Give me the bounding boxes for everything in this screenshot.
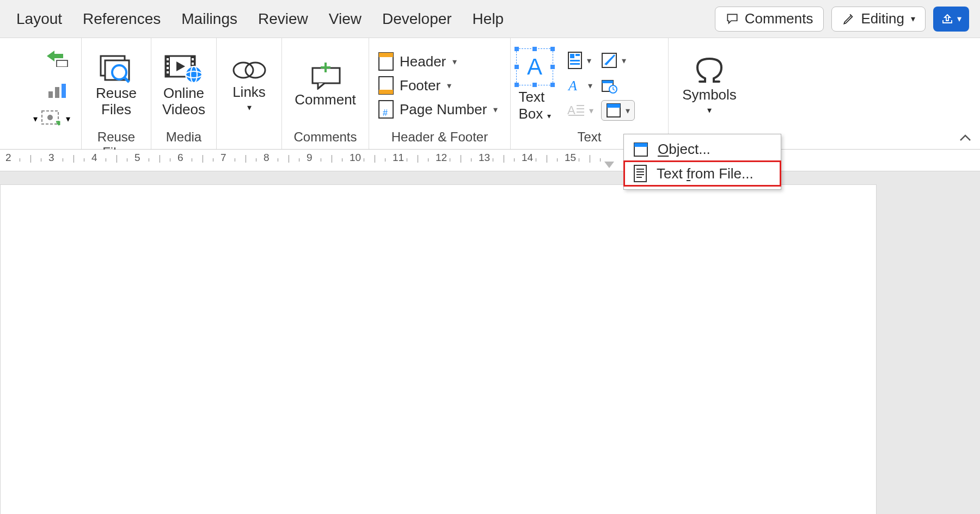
- chevron-down-icon: ▾: [588, 80, 592, 91]
- svg-rect-12: [167, 58, 169, 60]
- chart-icon[interactable]: [46, 78, 70, 102]
- reuse-files-label: Reuse Files: [96, 85, 137, 118]
- ruler-label: 9: [307, 152, 307, 158]
- ruler-label: 2: [5, 152, 6, 158]
- pencil-icon: [842, 12, 856, 26]
- ruler-label: 7: [220, 152, 221, 158]
- screenshot-icon: [41, 110, 63, 127]
- footer-button[interactable]: Footer ▾: [378, 76, 498, 95]
- dropdown-item-label: Text from File...: [657, 165, 754, 182]
- group-label: Media: [157, 129, 211, 148]
- drop-cap-button[interactable]: A ▾: [567, 100, 593, 121]
- chevron-down-icon: ▾: [622, 55, 626, 66]
- svg-point-5: [47, 115, 53, 120]
- screenshot-button[interactable]: ▾ ▾: [33, 110, 70, 127]
- tab-review[interactable]: Review: [258, 10, 308, 28]
- object-dropdown: Object... Text from File...: [623, 134, 781, 190]
- svg-rect-47: [634, 165, 646, 182]
- svg-rect-3: [62, 84, 66, 98]
- object-split-button[interactable]: ▾: [601, 100, 635, 121]
- collapse-ribbon-button[interactable]: [959, 134, 971, 141]
- date-time-button[interactable]: [601, 75, 635, 96]
- ruler-label: 10: [350, 152, 350, 158]
- new-comment-icon: [307, 63, 344, 90]
- group-links: Links ▾: [217, 38, 282, 149]
- comments-button[interactable]: Comments: [715, 7, 824, 32]
- tab-references[interactable]: References: [83, 10, 161, 28]
- ruler-label: 8: [264, 152, 264, 158]
- group-label: Comments: [287, 129, 363, 148]
- ruler-label: 11: [393, 152, 393, 158]
- tab-view[interactable]: View: [329, 10, 362, 28]
- dropdown-item-label: Object...: [658, 141, 710, 158]
- smartart-icon[interactable]: [46, 47, 70, 71]
- footer-label: Footer: [400, 77, 440, 94]
- ruler-label: 6: [177, 152, 178, 158]
- dropdown-item-text-from-file[interactable]: Text from File...: [624, 161, 781, 186]
- ruler[interactable]: 23456789101112131415: [0, 150, 980, 171]
- svg-rect-17: [192, 63, 194, 65]
- quick-parts-button[interactable]: ▾: [567, 50, 593, 71]
- header-label: Header: [400, 53, 446, 70]
- chevron-down-icon: ▾: [589, 106, 593, 116]
- text-box-label: Text Box ▾: [518, 89, 550, 122]
- chevron-down-icon: ▾: [247, 102, 252, 113]
- chevron-down-icon: ▾: [911, 14, 915, 24]
- svg-rect-36: [570, 63, 580, 65]
- text-box-button[interactable]: A Text Box ▾: [516, 48, 553, 122]
- tabs-row: Layout References Mailings Review View D…: [0, 0, 980, 38]
- page-number-button[interactable]: # Page Number ▾: [378, 100, 498, 119]
- signature-line-button[interactable]: ▾: [601, 50, 635, 71]
- svg-rect-33: [570, 54, 574, 58]
- link-icon: [231, 58, 267, 82]
- reuse-files-icon: [97, 53, 136, 83]
- object-icon: [606, 103, 621, 118]
- online-videos-button[interactable]: Online Videos: [157, 53, 211, 118]
- ruler-label: 13: [479, 152, 479, 158]
- tab-mailings[interactable]: Mailings: [181, 10, 237, 28]
- symbols-button[interactable]: Symbols ▾: [677, 55, 742, 116]
- ruler-label: 14: [522, 152, 522, 158]
- document-page[interactable]: [0, 184, 877, 514]
- editing-mode-button[interactable]: Editing ▾: [831, 7, 926, 32]
- comment-button[interactable]: Comment: [287, 63, 363, 108]
- ruler-label: 15: [565, 152, 565, 158]
- svg-rect-0: [57, 60, 68, 67]
- svg-rect-44: [607, 104, 620, 108]
- group-label: [222, 129, 276, 148]
- symbols-label: Symbols: [682, 87, 737, 103]
- indent-marker[interactable]: [604, 162, 614, 168]
- svg-text:A: A: [567, 78, 577, 94]
- wordart-button[interactable]: A ▾: [567, 75, 593, 96]
- header-button[interactable]: Header ▾: [378, 52, 498, 71]
- document-area: [0, 171, 980, 514]
- dropdown-item-object[interactable]: Object...: [624, 138, 781, 161]
- page-number-label: Page Number: [400, 101, 487, 118]
- svg-rect-13: [167, 63, 169, 65]
- group-media: Online Videos Media: [151, 38, 217, 149]
- date-time-icon: [601, 77, 617, 94]
- group-illustrations-partial: ▾ ▾: [0, 38, 82, 149]
- svg-rect-15: [167, 71, 169, 73]
- group-label: Reuse Files: [87, 129, 145, 148]
- chevron-down-icon: ▾: [452, 57, 457, 67]
- signature-icon: [601, 52, 617, 69]
- group-text: A Text Box ▾ ▾ ▾ A ▾: [511, 38, 669, 149]
- object-icon: [633, 141, 649, 158]
- tab-developer[interactable]: Developer: [382, 10, 452, 28]
- comments-label: Comments: [745, 10, 813, 27]
- share-button[interactable]: ▾: [933, 7, 969, 32]
- group-symbols: Symbols ▾: [669, 38, 750, 149]
- text-from-file-icon: [633, 164, 648, 183]
- group-label: [5, 129, 76, 148]
- comment-icon: [725, 12, 739, 26]
- tab-layout[interactable]: Layout: [16, 10, 62, 28]
- links-label: Links: [232, 84, 266, 101]
- chevron-down-icon: ▾: [707, 105, 712, 115]
- reuse-files-button[interactable]: Reuse Files: [87, 53, 145, 118]
- tab-help[interactable]: Help: [473, 10, 504, 28]
- svg-point-23: [234, 63, 253, 78]
- group-comments: Comment Comments: [282, 38, 369, 149]
- ruler-label: 4: [91, 152, 92, 158]
- links-button[interactable]: Links ▾: [222, 58, 276, 113]
